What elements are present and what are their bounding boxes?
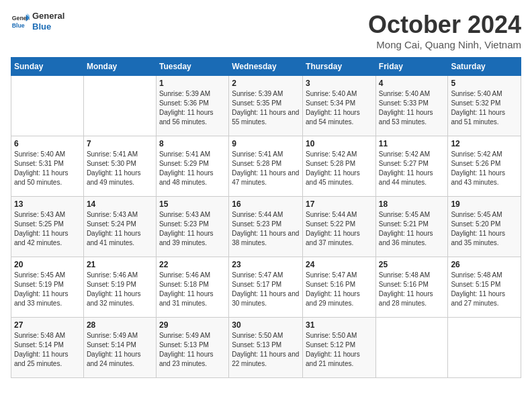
day-info: Sunrise: 5:46 AM Sunset: 5:19 PM Dayligh… <box>87 271 153 308</box>
day-number: 31 <box>306 320 373 330</box>
day-number: 10 <box>306 139 373 148</box>
day-number: 25 <box>379 260 445 269</box>
calendar-cell: 19Sunrise: 5:45 AM Sunset: 5:20 PM Dayli… <box>448 197 521 257</box>
day-number: 17 <box>306 199 373 209</box>
calendar-cell: 6Sunrise: 5:40 AM Sunset: 5:31 PM Daylig… <box>11 136 84 197</box>
day-info: Sunrise: 5:47 AM Sunset: 5:17 PM Dayligh… <box>232 271 300 308</box>
day-number: 15 <box>159 199 226 209</box>
calendar-cell <box>448 318 521 378</box>
calendar-cell: 11Sunrise: 5:42 AM Sunset: 5:27 PM Dayli… <box>375 136 448 197</box>
day-number: 2 <box>232 79 300 88</box>
day-number: 23 <box>232 260 300 269</box>
day-number: 27 <box>14 320 81 330</box>
calendar-cell: 10Sunrise: 5:42 AM Sunset: 5:28 PM Dayli… <box>303 136 376 197</box>
day-number: 29 <box>159 320 226 330</box>
day-info: Sunrise: 5:39 AM Sunset: 5:36 PM Dayligh… <box>159 89 226 127</box>
week-row-0: 1Sunrise: 5:39 AM Sunset: 5:36 PM Daylig… <box>11 76 521 136</box>
day-number: 3 <box>306 79 373 88</box>
day-info: Sunrise: 5:50 AM Sunset: 5:13 PM Dayligh… <box>232 331 300 369</box>
day-info: Sunrise: 5:45 AM Sunset: 5:20 PM Dayligh… <box>451 210 518 248</box>
calendar-cell: 22Sunrise: 5:46 AM Sunset: 5:18 PM Dayli… <box>156 257 228 318</box>
logo-icon: General Blue <box>11 12 30 31</box>
day-number: 18 <box>379 199 445 209</box>
day-number: 9 <box>232 139 300 148</box>
day-number: 7 <box>87 139 153 148</box>
day-number: 5 <box>451 79 518 88</box>
day-info: Sunrise: 5:44 AM Sunset: 5:23 PM Dayligh… <box>232 210 300 248</box>
week-row-1: 6Sunrise: 5:40 AM Sunset: 5:31 PM Daylig… <box>11 136 521 197</box>
page-header: General Blue General Blue October 2024 M… <box>11 11 521 50</box>
calendar-cell: 30Sunrise: 5:50 AM Sunset: 5:13 PM Dayli… <box>229 318 303 378</box>
day-number: 4 <box>379 79 445 88</box>
calendar-table: SundayMondayTuesdayWednesdayThursdayFrid… <box>11 57 521 378</box>
calendar-cell: 5Sunrise: 5:40 AM Sunset: 5:32 PM Daylig… <box>448 76 521 136</box>
calendar-cell: 28Sunrise: 5:49 AM Sunset: 5:14 PM Dayli… <box>83 318 156 378</box>
title-block: October 2024 Mong Cai, Quang Ninh, Vietn… <box>368 11 521 50</box>
calendar-cell: 23Sunrise: 5:47 AM Sunset: 5:17 PM Dayli… <box>229 257 303 318</box>
day-info: Sunrise: 5:39 AM Sunset: 5:35 PM Dayligh… <box>232 89 300 127</box>
calendar-cell: 24Sunrise: 5:47 AM Sunset: 5:16 PM Dayli… <box>303 257 376 318</box>
day-info: Sunrise: 5:43 AM Sunset: 5:25 PM Dayligh… <box>14 210 81 248</box>
calendar-cell: 18Sunrise: 5:45 AM Sunset: 5:21 PM Dayli… <box>375 197 448 257</box>
day-number: 6 <box>14 139 81 148</box>
day-info: Sunrise: 5:50 AM Sunset: 5:12 PM Dayligh… <box>306 331 373 369</box>
day-number: 16 <box>232 199 300 209</box>
day-info: Sunrise: 5:49 AM Sunset: 5:14 PM Dayligh… <box>87 331 153 369</box>
calendar-cell: 17Sunrise: 5:44 AM Sunset: 5:22 PM Dayli… <box>303 197 376 257</box>
calendar-cell: 3Sunrise: 5:40 AM Sunset: 5:34 PM Daylig… <box>303 76 376 136</box>
day-number: 19 <box>451 199 518 209</box>
calendar-cell: 20Sunrise: 5:45 AM Sunset: 5:19 PM Dayli… <box>11 257 84 318</box>
calendar-cell: 8Sunrise: 5:41 AM Sunset: 5:29 PM Daylig… <box>156 136 228 197</box>
day-info: Sunrise: 5:43 AM Sunset: 5:23 PM Dayligh… <box>159 210 226 248</box>
calendar-cell: 4Sunrise: 5:40 AM Sunset: 5:33 PM Daylig… <box>375 76 448 136</box>
day-info: Sunrise: 5:42 AM Sunset: 5:28 PM Dayligh… <box>306 150 373 187</box>
day-info: Sunrise: 5:45 AM Sunset: 5:21 PM Dayligh… <box>379 210 445 248</box>
logo-line2: Blue <box>32 21 64 32</box>
calendar-cell: 2Sunrise: 5:39 AM Sunset: 5:35 PM Daylig… <box>229 76 303 136</box>
calendar-cell <box>375 318 448 378</box>
calendar-cell: 1Sunrise: 5:39 AM Sunset: 5:36 PM Daylig… <box>156 76 228 136</box>
calendar-cell: 12Sunrise: 5:42 AM Sunset: 5:26 PM Dayli… <box>448 136 521 197</box>
calendar-cell: 9Sunrise: 5:41 AM Sunset: 5:28 PM Daylig… <box>229 136 303 197</box>
weekday-header-thursday: Thursday <box>303 58 376 76</box>
day-number: 28 <box>87 320 153 330</box>
day-number: 20 <box>14 260 81 269</box>
day-info: Sunrise: 5:41 AM Sunset: 5:30 PM Dayligh… <box>87 150 153 187</box>
day-info: Sunrise: 5:48 AM Sunset: 5:15 PM Dayligh… <box>451 271 518 308</box>
day-info: Sunrise: 5:48 AM Sunset: 5:14 PM Dayligh… <box>14 331 81 369</box>
location: Mong Cai, Quang Ninh, Vietnam <box>368 39 521 50</box>
weekday-header-sunday: Sunday <box>11 58 84 76</box>
week-row-2: 13Sunrise: 5:43 AM Sunset: 5:25 PM Dayli… <box>11 197 521 257</box>
day-info: Sunrise: 5:40 AM Sunset: 5:33 PM Dayligh… <box>379 89 445 127</box>
day-info: Sunrise: 5:43 AM Sunset: 5:24 PM Dayligh… <box>87 210 153 248</box>
day-number: 8 <box>159 139 226 148</box>
calendar-cell <box>83 76 156 136</box>
calendar-cell: 15Sunrise: 5:43 AM Sunset: 5:23 PM Dayli… <box>156 197 228 257</box>
calendar-cell: 25Sunrise: 5:48 AM Sunset: 5:16 PM Dayli… <box>375 257 448 318</box>
calendar-cell: 16Sunrise: 5:44 AM Sunset: 5:23 PM Dayli… <box>229 197 303 257</box>
day-info: Sunrise: 5:46 AM Sunset: 5:18 PM Dayligh… <box>159 271 226 308</box>
day-info: Sunrise: 5:47 AM Sunset: 5:16 PM Dayligh… <box>306 271 373 308</box>
calendar-cell <box>11 76 84 136</box>
day-info: Sunrise: 5:40 AM Sunset: 5:31 PM Dayligh… <box>14 150 81 187</box>
calendar-cell: 29Sunrise: 5:49 AM Sunset: 5:13 PM Dayli… <box>156 318 228 378</box>
calendar-cell: 31Sunrise: 5:50 AM Sunset: 5:12 PM Dayli… <box>303 318 376 378</box>
day-info: Sunrise: 5:42 AM Sunset: 5:26 PM Dayligh… <box>451 150 518 187</box>
day-info: Sunrise: 5:41 AM Sunset: 5:28 PM Dayligh… <box>232 150 300 187</box>
day-info: Sunrise: 5:41 AM Sunset: 5:29 PM Dayligh… <box>159 150 226 187</box>
calendar-cell: 14Sunrise: 5:43 AM Sunset: 5:24 PM Dayli… <box>83 197 156 257</box>
week-row-3: 20Sunrise: 5:45 AM Sunset: 5:19 PM Dayli… <box>11 257 521 318</box>
weekday-header-row: SundayMondayTuesdayWednesdayThursdayFrid… <box>11 58 521 76</box>
calendar-body: 1Sunrise: 5:39 AM Sunset: 5:36 PM Daylig… <box>11 76 521 378</box>
weekday-header-tuesday: Tuesday <box>156 58 228 76</box>
calendar-cell: 7Sunrise: 5:41 AM Sunset: 5:30 PM Daylig… <box>83 136 156 197</box>
calendar-cell: 27Sunrise: 5:48 AM Sunset: 5:14 PM Dayli… <box>11 318 84 378</box>
day-number: 26 <box>451 260 518 269</box>
day-info: Sunrise: 5:48 AM Sunset: 5:16 PM Dayligh… <box>379 271 445 308</box>
calendar-cell: 21Sunrise: 5:46 AM Sunset: 5:19 PM Dayli… <box>83 257 156 318</box>
calendar-cell: 26Sunrise: 5:48 AM Sunset: 5:15 PM Dayli… <box>448 257 521 318</box>
svg-text:Blue: Blue <box>12 21 25 28</box>
weekday-header-friday: Friday <box>375 58 448 76</box>
day-number: 1 <box>159 79 226 88</box>
day-info: Sunrise: 5:44 AM Sunset: 5:22 PM Dayligh… <box>306 210 373 248</box>
